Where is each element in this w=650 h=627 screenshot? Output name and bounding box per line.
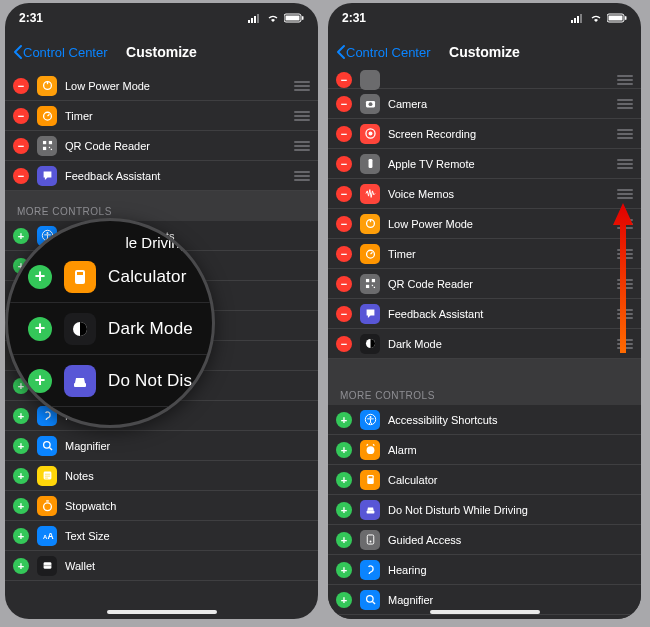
included-list-right[interactable]: −Camera−Screen Recording−Apple TV Remote… (328, 89, 641, 359)
reorder-handle-icon[interactable] (617, 219, 633, 229)
svg-rect-37 (574, 18, 576, 23)
add-button[interactable]: + (13, 558, 29, 574)
list-row-partial[interactable]: − (328, 71, 641, 89)
reorder-handle-icon[interactable] (294, 111, 310, 121)
timer-icon (360, 244, 380, 264)
list-row[interactable]: −Feedback Assistant (328, 299, 641, 329)
reorder-handle-icon[interactable] (617, 129, 633, 139)
add-button[interactable]: + (28, 317, 52, 341)
driving-icon (360, 500, 380, 520)
reorder-handle-icon[interactable] (617, 189, 633, 199)
reorder-handle-icon[interactable] (617, 75, 633, 85)
svg-rect-27 (46, 500, 49, 501)
row-label: Text Size (65, 530, 310, 542)
remove-button[interactable]: − (336, 186, 352, 202)
list-row[interactable]: −Dark Mode (328, 329, 641, 359)
remove-button[interactable]: − (336, 246, 352, 262)
list-row[interactable]: −Camera (328, 89, 641, 119)
svg-rect-51 (365, 279, 368, 282)
list-row[interactable]: +AAText Size (5, 521, 318, 551)
list-row[interactable]: +Hearing (328, 555, 641, 585)
list-row[interactable]: −Screen Recording (328, 119, 641, 149)
list-row[interactable]: +Calculator (328, 465, 641, 495)
add-button[interactable]: + (13, 528, 29, 544)
svg-point-59 (366, 446, 374, 454)
row-label: QR Code Reader (388, 278, 617, 290)
add-button[interactable]: + (28, 369, 52, 393)
list-row[interactable]: −Timer (328, 239, 641, 269)
svg-rect-11 (48, 141, 51, 144)
voice-icon (360, 184, 380, 204)
list-row[interactable]: −Voice Memos (328, 179, 641, 209)
add-button[interactable]: + (336, 442, 352, 458)
stopwatch-icon (37, 496, 57, 516)
reorder-handle-icon[interactable] (294, 171, 310, 181)
reorder-handle-icon[interactable] (617, 249, 633, 259)
add-button[interactable]: + (336, 592, 352, 608)
remove-button[interactable]: − (336, 126, 352, 142)
row-label: Alarm (388, 444, 633, 456)
row-label: Guided Access (388, 534, 633, 546)
included-list-left[interactable]: −Low Power Mode−Timer−QR Code Reader−Fee… (5, 71, 318, 191)
qr-icon (37, 136, 57, 156)
list-row[interactable]: +Notes (5, 461, 318, 491)
reorder-handle-icon[interactable] (617, 339, 633, 349)
nav-bar: Control Center Customize (328, 33, 641, 71)
reorder-handle-icon[interactable] (617, 99, 633, 109)
remove-button[interactable]: − (13, 78, 29, 94)
list-row[interactable]: +Stopwatch (5, 491, 318, 521)
reorder-handle-icon[interactable] (617, 309, 633, 319)
list-row[interactable]: −QR Code Reader (328, 269, 641, 299)
list-row[interactable]: +Notes (328, 615, 641, 619)
remove-button[interactable]: − (13, 168, 29, 184)
add-button[interactable]: + (13, 438, 29, 454)
status-time: 2:31 (342, 11, 366, 25)
magnified-row: +Calculator (8, 251, 212, 303)
add-button[interactable]: + (13, 228, 29, 244)
list-row[interactable]: −Apple TV Remote (328, 149, 641, 179)
home-indicator[interactable] (430, 610, 540, 614)
row-label: Wallet (65, 560, 310, 572)
add-button[interactable]: + (336, 502, 352, 518)
row-label: Dark Mode (388, 338, 617, 350)
remove-button[interactable]: − (13, 138, 29, 154)
reorder-handle-icon[interactable] (617, 159, 633, 169)
add-button[interactable]: + (336, 472, 352, 488)
svg-rect-54 (371, 285, 372, 286)
list-row[interactable]: +Wallet (5, 551, 318, 581)
list-row[interactable]: +Do Not Disturb While Driving (328, 495, 641, 525)
reorder-handle-icon[interactable] (294, 81, 310, 91)
svg-rect-10 (42, 141, 45, 144)
remove-button[interactable]: − (336, 336, 352, 352)
list-row[interactable]: −Feedback Assistant (5, 161, 318, 191)
remove-button[interactable]: − (336, 96, 352, 112)
reorder-handle-icon[interactable] (617, 279, 633, 289)
wallet-icon (37, 556, 57, 576)
add-button[interactable]: + (336, 562, 352, 578)
remove-button[interactable]: − (13, 108, 29, 124)
more-list-right[interactable]: +Accessibility Shortcuts+Alarm+Calculato… (328, 405, 641, 619)
list-row[interactable]: −Low Power Mode (5, 71, 318, 101)
list-row[interactable]: −Low Power Mode (328, 209, 641, 239)
remove-button[interactable]: − (336, 306, 352, 322)
remove-button[interactable]: − (336, 216, 352, 232)
add-button[interactable]: + (13, 468, 29, 484)
list-row[interactable]: +Guided Access (328, 525, 641, 555)
list-row[interactable]: +Magnifier (5, 431, 318, 461)
remove-button[interactable]: − (336, 276, 352, 292)
add-button[interactable]: + (13, 498, 29, 514)
list-row[interactable]: −Timer (5, 101, 318, 131)
reorder-handle-icon[interactable] (294, 141, 310, 151)
list-row[interactable]: +Alarm (328, 435, 641, 465)
remove-button[interactable]: − (336, 156, 352, 172)
add-button[interactable]: + (336, 532, 352, 548)
list-row[interactable]: +Accessibility Shortcuts (328, 405, 641, 435)
add-button[interactable]: + (13, 408, 29, 424)
add-button[interactable]: + (336, 412, 352, 428)
home-indicator[interactable] (107, 610, 217, 614)
status-icons (248, 13, 304, 23)
remove-button[interactable]: − (336, 72, 352, 88)
dark-mode-icon (64, 313, 96, 345)
add-button[interactable]: + (28, 265, 52, 289)
list-row[interactable]: −QR Code Reader (5, 131, 318, 161)
